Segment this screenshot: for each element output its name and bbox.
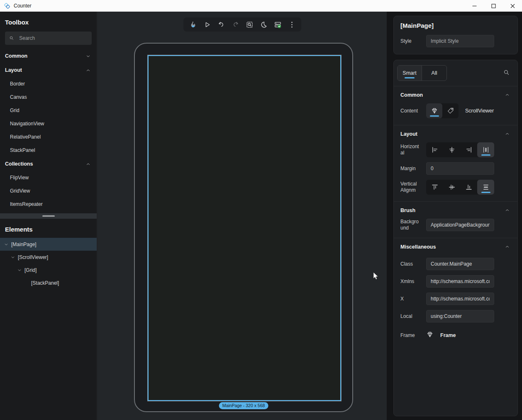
more-ellipsis-icon[interactable] (286, 20, 297, 29)
device-size-badge: MainPage - 320 x 568 (219, 402, 268, 409)
vertical-alignment-toggle (426, 180, 494, 195)
tab-smart[interactable]: Smart (398, 66, 422, 81)
class-label: Class (400, 261, 420, 267)
redo-icon[interactable] (230, 20, 241, 29)
class-input[interactable] (426, 258, 494, 270)
horizontal-alignment-label: Horizontal (400, 144, 420, 156)
align-top-button[interactable] (426, 180, 443, 195)
toolbox-item-gridview[interactable]: GridView (0, 184, 97, 198)
tab-all[interactable]: All (422, 66, 446, 81)
chevron-down-icon[interactable] (17, 268, 22, 273)
horizontal-alignment-toggle (426, 142, 494, 157)
xmlns-label: Xmlns (400, 278, 420, 285)
section-miscellaneous[interactable]: Miscellaneous (394, 238, 517, 255)
chevron-down-icon[interactable] (4, 242, 9, 247)
content-element-toggle[interactable] (426, 103, 442, 118)
device-frame: MainPage - 320 x 568 (134, 43, 353, 412)
chevron-up-icon (505, 92, 510, 98)
close-button[interactable] (503, 0, 522, 12)
theme-moon-icon[interactable] (258, 20, 269, 29)
chevron-up-icon (505, 208, 510, 213)
hot-reload-flame-icon[interactable] (188, 20, 198, 29)
minimize-button[interactable] (465, 0, 484, 12)
elements-title: Elements (0, 219, 97, 238)
toolbox-section-collections[interactable]: Collections (0, 157, 97, 171)
toolbox-item-relativepanel[interactable]: RelativePanel (0, 130, 97, 144)
tree-item-mainpage[interactable]: [MainPage] (0, 238, 97, 251)
section-layout[interactable]: Layout (394, 125, 517, 142)
toolbox-title: Toolbox (0, 12, 97, 31)
chevron-up-icon (85, 68, 91, 73)
toolbox-search-input[interactable] (19, 35, 88, 41)
mouse-cursor (372, 272, 380, 280)
design-surface-mainpage[interactable] (147, 55, 341, 401)
style-input[interactable] (426, 35, 494, 47)
window-title: Counter (14, 3, 32, 9)
selected-element-title: [MainPage] (400, 22, 511, 29)
content-value: ScrollViewer (465, 108, 494, 114)
toolbox-item-flipview[interactable]: FlipView (0, 171, 97, 184)
properties-search-button[interactable] (503, 69, 510, 78)
selection-header-card: [MainPage] Style (393, 16, 518, 54)
background-input[interactable] (426, 219, 494, 231)
toolbox-item-itemsrepeater[interactable]: ItemsRepeater (0, 198, 97, 211)
splitter-handle[interactable] (42, 215, 55, 217)
vertical-alignment-label: Vertical Alignm (400, 181, 420, 193)
toolbox-search[interactable] (5, 32, 92, 45)
search-icon (503, 69, 510, 76)
toolbox-item-canvas[interactable]: Canvas (0, 90, 97, 104)
xmlns-input[interactable] (426, 275, 494, 288)
align-bottom-button[interactable] (460, 180, 477, 195)
section-common[interactable]: Common (394, 86, 517, 103)
align-right-button[interactable] (460, 142, 477, 157)
status-check-icon[interactable] (272, 20, 283, 29)
content-label: Content (400, 108, 420, 114)
design-canvas[interactable]: MainPage - 320 x 568 (98, 12, 387, 420)
style-label: Style (400, 38, 420, 44)
x-namespace-label: X (400, 296, 420, 302)
toolbox-section-common[interactable]: Common (0, 49, 97, 63)
undo-icon[interactable] (216, 20, 227, 29)
align-center-vertical-button[interactable] (443, 180, 460, 195)
margin-input[interactable] (426, 162, 494, 175)
frame-value: Frame (440, 332, 456, 338)
toolbox-panel: Toolbox Common Layout Border Canvas Grid… (0, 12, 98, 420)
tag-icon (447, 107, 454, 115)
chevron-down-icon[interactable] (10, 255, 15, 260)
gem-icon (426, 331, 434, 340)
tree-item-stackpanel[interactable]: [StackPanel] (0, 276, 97, 289)
app-logo-icon (4, 2, 10, 9)
align-left-button[interactable] (426, 142, 443, 157)
design-toolbar (183, 17, 301, 32)
local-input[interactable] (426, 310, 494, 322)
background-label: Background (400, 219, 420, 231)
properties-panel: [MainPage] Style Smart All (387, 12, 522, 420)
zoom-selection-icon[interactable] (244, 20, 255, 29)
maximize-button[interactable] (484, 0, 503, 12)
chevron-up-icon (505, 131, 510, 137)
tree-item-grid[interactable]: [Grid] (0, 264, 97, 276)
stretch-horizontal-button[interactable] (477, 142, 494, 157)
tree-item-scrollviewer[interactable]: [ScrollViewer] (0, 251, 97, 264)
align-center-horizontal-button[interactable] (443, 142, 460, 157)
stretch-vertical-button[interactable] (477, 180, 494, 195)
toolbox-section-layout[interactable]: Layout (0, 63, 97, 77)
frame-label: Frame (400, 332, 420, 339)
gem-icon (431, 107, 438, 115)
frame-property-row[interactable]: Frame Frame (400, 329, 511, 342)
chevron-down-icon (85, 54, 91, 59)
section-brush[interactable]: Brush (394, 202, 517, 219)
content-resource-toggle[interactable] (442, 103, 459, 118)
titlebar: Counter (0, 0, 522, 12)
local-label: Local (400, 313, 420, 320)
toolbox-item-stackpanel[interactable]: StackPanel (0, 144, 97, 157)
toolbox-item-border[interactable]: Border (0, 77, 97, 90)
chevron-up-icon (505, 244, 510, 249)
play-icon[interactable] (202, 20, 212, 29)
margin-label: Margin (400, 166, 420, 172)
search-icon (9, 35, 14, 41)
x-namespace-input[interactable] (426, 293, 494, 305)
toolbox-item-grid[interactable]: Grid (0, 104, 97, 117)
panel-splitter[interactable] (0, 213, 97, 219)
toolbox-item-navigationview[interactable]: NavigationView (0, 117, 97, 130)
